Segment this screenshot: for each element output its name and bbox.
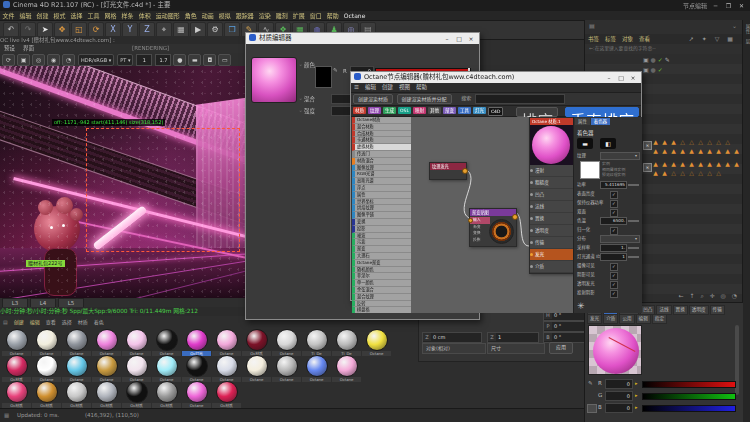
texture-tag-icon[interactable]: △ <box>714 169 723 177</box>
material-swatch[interactable]: Octane <box>212 329 241 356</box>
material-slot-透明度[interactable]: 透明度 <box>530 225 573 237</box>
material-swatch[interactable]: Oc材质 <box>152 381 181 408</box>
tag-OSL[interactable]: OSL <box>398 107 411 114</box>
attr-tab-指定[interactable]: 指定 <box>652 314 667 324</box>
material-swatch[interactable]: Oc材质 <box>242 329 271 356</box>
input-port[interactable] <box>530 265 533 268</box>
material-swatch[interactable]: Octane <box>242 355 271 382</box>
minimize-icon[interactable]: – <box>441 33 453 44</box>
tag-C4D[interactable]: C4D <box>488 107 503 116</box>
material-swatch[interactable]: Oc灯光 <box>182 329 211 356</box>
close-button[interactable]: ✕ <box>735 0 748 11</box>
ne-menu-视图[interactable]: 视图 <box>396 84 413 90</box>
prop-dropdown[interactable]: ▾ <box>600 152 640 160</box>
material-swatch[interactable]: Octane <box>62 329 91 356</box>
shader-tab-着色器[interactable]: 着色器 <box>591 118 610 125</box>
close-icon[interactable]: × <box>465 33 477 44</box>
material-swatch[interactable]: Octane <box>122 329 151 356</box>
checkbox-checked[interactable]: ✓ <box>610 290 618 298</box>
vertical-sort-button[interactable]: 垂直排序 <box>565 107 639 117</box>
node-type-反转[interactable]: 反转 <box>352 301 411 308</box>
coord-field-Z0[interactable]: Z0 cm <box>422 332 482 343</box>
menu-跟踪器[interactable]: 跟踪器 <box>233 11 256 20</box>
input-port[interactable] <box>530 205 533 208</box>
input-port[interactable] <box>468 218 473 223</box>
texture-tag-icon[interactable]: △ <box>705 138 714 146</box>
menu-样条[interactable]: 样条 <box>119 11 136 20</box>
object-row[interactable]: ▣ ● ✓ ✎ <box>643 56 670 64</box>
region-render-icon[interactable]: ▣ <box>17 54 30 66</box>
material-pick-icon[interactable]: ◉ <box>47 54 60 66</box>
burger-icon[interactable]: ▤ <box>585 22 595 29</box>
material-swatch[interactable]: Octane <box>32 355 61 382</box>
prop-value[interactable]: 5.411695 <box>600 181 627 189</box>
texture-tag-icon[interactable]: ▲ <box>714 160 723 168</box>
menu-扩展[interactable]: 扩展 <box>290 11 307 20</box>
tab-layers[interactable]: 层 <box>744 39 750 45</box>
material-swatch[interactable]: Octane <box>152 355 181 382</box>
node-type-RGB光谱[interactable]: RGB光谱 <box>352 171 411 178</box>
node-type-投影[interactable]: 投影 <box>352 226 411 233</box>
texture-tag-icon[interactable]: ▲ <box>696 160 705 168</box>
list-icon[interactable]: ▤ <box>0 319 11 325</box>
texture-tag-icon[interactable]: △ <box>687 169 696 177</box>
channel-slider[interactable] <box>642 405 736 412</box>
object-manager-nav-icons[interactable]: ← ↑ ⌕ ✛ ◎ ◔ <box>679 292 739 300</box>
pencil-icon[interactable]: ✎ <box>588 379 593 388</box>
coord-size-select[interactable]: 尺寸 <box>487 343 545 354</box>
material-swatch[interactable]: Octane <box>92 355 121 382</box>
material-slot-法线[interactable]: 法线 <box>530 201 573 213</box>
node-type-高斯光谱[interactable]: 高斯光谱 <box>352 178 411 185</box>
node-editor-titlebar[interactable]: Octane节点编辑器(赠材礼包www.c4dteach.com) –□× <box>351 72 641 83</box>
tag-渐变[interactable]: 渐变 <box>443 107 456 114</box>
material-preview[interactable] <box>588 325 642 375</box>
node-type-传送门[interactable]: 传送门 <box>352 151 411 158</box>
pick-icon[interactable]: ➚ <box>686 35 699 42</box>
minimize-button[interactable]: ─ <box>709 0 722 11</box>
node-type-图像纹理[interactable]: 图像纹理 <box>352 165 411 172</box>
menu-网格[interactable]: 网格 <box>102 11 119 20</box>
input-port[interactable] <box>530 169 533 172</box>
tag-灯光[interactable]: 灯光 <box>473 107 486 114</box>
material-swatch[interactable]: Oc材质 <box>122 381 151 408</box>
restart-render-icon[interactable]: ⟳ <box>2 54 15 66</box>
matmgr-menu-材质[interactable]: 材质 <box>75 319 91 325</box>
material-slot-粗糙度[interactable]: 粗糙度 <box>530 177 573 189</box>
layout-icon[interactable]: ▦ <box>724 35 738 42</box>
prop-dropdown[interactable]: ▾ <box>600 235 640 243</box>
material-swatch[interactable]: Octane <box>302 355 331 382</box>
matmgr-menu-编辑[interactable]: 编辑 <box>27 319 43 325</box>
subsample-field[interactable]: 1 <box>136 54 152 66</box>
texture-tag-icon[interactable]: △ <box>678 169 687 177</box>
node-type-图像平铺[interactable]: 图像平铺 <box>352 212 411 219</box>
node-octane-material[interactable]: Octane 材质.1 漫射粗糙度凹凸法线置换透明度传输发光介质 <box>529 117 573 274</box>
tag-生成[interactable]: 生成 <box>383 107 396 114</box>
prop-slider[interactable] <box>628 184 639 186</box>
om-menu-查看[interactable]: 查看 <box>636 36 653 42</box>
node-type-虚拟材质[interactable]: 虚拟材质 <box>352 144 411 151</box>
material-slot-置换[interactable]: 置换 <box>530 213 573 225</box>
tag-其他[interactable]: 其他 <box>428 107 441 114</box>
node-type-混合材质[interactable]: 混合材质 <box>352 124 411 131</box>
node-type-大理石[interactable]: 大理石 <box>352 253 411 260</box>
object-row[interactable]: ▣ ● ✓ <box>643 66 663 74</box>
texture-tag-icon[interactable]: ▲ <box>678 147 687 155</box>
tag-材质[interactable]: 材质 <box>353 107 366 114</box>
shader-sphere-icon[interactable]: ◧ <box>600 138 616 149</box>
node-canvas[interactable]: 纹理发光 渐变贴图 输入渐变变换投影 Octane 材质.1 <box>411 117 573 313</box>
menu-Octane[interactable]: Octane <box>341 11 368 20</box>
swatch-option-预览纹理实例[interactable]: 预览纹理实例 <box>602 172 625 178</box>
texture-tag-icon[interactable]: ▲ <box>714 147 723 155</box>
material-swatch[interactable]: Oc材质 <box>2 355 31 382</box>
shader-preview-icon[interactable]: ▬ <box>577 138 593 149</box>
ne-menu-编辑[interactable]: 编辑 <box>362 84 379 90</box>
texture-tag-icon[interactable]: ▲ <box>687 147 696 155</box>
input-port[interactable] <box>530 253 533 256</box>
texture-tag-icon[interactable]: △ <box>687 138 696 146</box>
material-swatch[interactable]: Octane <box>272 329 301 356</box>
tag-工具[interactable]: 工具 <box>458 107 471 114</box>
om-menu-标签[interactable]: 标签 <box>602 36 619 42</box>
texture-tag-icon[interactable]: ▲ <box>651 160 660 168</box>
node-type-Octane材质[interactable]: Octane材质 <box>352 117 411 124</box>
texture-tag-icon[interactable]: ▲ <box>678 160 687 168</box>
